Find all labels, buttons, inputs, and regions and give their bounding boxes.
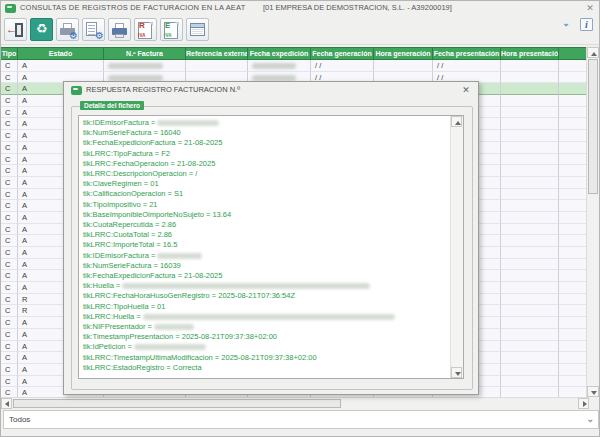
app-window: CONSULTAS DE REGISTROS DE FACTURACION EN…: [0, 0, 600, 437]
cell-fecha-generacion: / /: [311, 60, 374, 72]
toolbar: ← ♻ ⚙ ⚙ R IVA E IVA: [1, 16, 600, 45]
redacted-value: [143, 314, 395, 320]
cell-extra: [559, 247, 589, 259]
column-header-fecha-presentaci-n[interactable]: Fecha presentación: [433, 47, 501, 60]
redacted-value: [252, 75, 296, 81]
cell-tipo: C: [1, 200, 18, 212]
redacted-value: [122, 283, 370, 289]
close-window-button[interactable]: ✕: [584, 2, 596, 14]
cell-extra: [559, 72, 589, 84]
cell-hora-presentacion: [501, 177, 559, 189]
form-settings-button[interactable]: ⚙: [82, 18, 105, 41]
cell-hora-presentacion: [501, 60, 559, 72]
redacted-value: [252, 63, 296, 69]
cell-tipo: C: [1, 212, 18, 224]
chevron-down-icon[interactable]: ⌄: [559, 18, 573, 31]
file-detail-line: tik:IDEmisorFactura =: [83, 118, 449, 128]
column-header-hora-presentaci-n[interactable]: Hora presentación: [501, 47, 559, 60]
cell-extra: [559, 154, 589, 166]
filter-dropdown[interactable]: Todos ⌄: [3, 410, 599, 429]
file-detail-line: tik:FechaExpedicionFactura = 21-08-2025: [83, 138, 449, 148]
cell-tipo: C: [1, 270, 18, 282]
cell-hora-presentacion: [501, 165, 559, 177]
cell-hora-presentacion: [501, 329, 559, 341]
cell-tipo: C: [1, 376, 18, 388]
column-header-estado[interactable]: Estado: [18, 47, 104, 60]
cell-extra: [559, 107, 589, 119]
redacted-value: [134, 344, 206, 350]
cell-tipo: C: [1, 352, 18, 364]
scroll-right-button[interactable]: [578, 398, 589, 409]
dialog-vertical-scrollbar[interactable]: [450, 116, 463, 378]
refresh-button[interactable]: ♻: [30, 18, 53, 41]
exit-arrow-icon: ←: [6, 24, 17, 35]
cell-hora-presentacion: [501, 341, 559, 353]
scroll-up-button[interactable]: [587, 47, 599, 58]
cell-tipo: C: [1, 154, 18, 166]
file-detail-line: tik:TimestampPresentacion = 2025-08-21T0…: [83, 332, 449, 342]
file-detail-line: tik:NumSerieFactura = 16040: [83, 128, 449, 138]
grid-vertical-scrollbar[interactable]: [586, 47, 599, 397]
cell-tipo: C: [1, 259, 18, 271]
cell-extra: [559, 200, 589, 212]
file-detail-groupbox: Detalle del fichero tik:IDEmisorFactura …: [71, 106, 473, 390]
column-header-extra[interactable]: [559, 47, 589, 60]
column-header-fecha-generaci-n[interactable]: Fecha generación: [311, 47, 374, 60]
cell-extra: [559, 270, 589, 282]
column-header-n-factura[interactable]: N.º Factura: [104, 47, 186, 60]
cell-extra: [559, 165, 589, 177]
cell-tipo: C: [1, 189, 18, 201]
cell-hora-presentacion: [501, 189, 559, 201]
print-setup-button[interactable]: ⚙: [56, 18, 79, 41]
cell-tipo: C: [1, 305, 18, 317]
window-icon: [190, 23, 205, 36]
cell-hora-presentacion: [501, 154, 559, 166]
window-title: CONSULTAS DE REGISTROS DE FACTURACION EN…: [20, 3, 245, 12]
redacted-value: [108, 75, 163, 81]
file-detail-line: tikLRRC:CuotaTotal = 2.86: [83, 230, 449, 240]
cell-tipo: C: [1, 60, 18, 72]
exit-button[interactable]: ←: [4, 18, 27, 41]
cell-hora-presentacion: [501, 364, 559, 376]
registro-iva-e-button[interactable]: E IVA: [160, 18, 183, 41]
cell-tipo: C: [1, 130, 18, 142]
horizontal-scroll-thumb[interactable]: [13, 399, 341, 408]
print-button[interactable]: [108, 18, 131, 41]
dialog-title: RESPUESTA REGISTRO FACTURACION N.º: [86, 85, 240, 94]
cell-extra: [559, 83, 589, 95]
file-detail-panel[interactable]: tik:IDEmisorFactura = tik:NumSerieFactur…: [78, 115, 464, 379]
cell-hora-presentacion: [501, 317, 559, 329]
gear-icon: ⚙: [95, 31, 104, 41]
scroll-down-button[interactable]: [587, 386, 599, 397]
cell-hora-presentacion: [501, 352, 559, 364]
file-detail-line: tik:NumSerieFactura = 16039: [83, 261, 449, 271]
grid-header-row[interactable]: TipoEstadoN.º FacturaReferencia externaF…: [1, 47, 589, 60]
scroll-left-button[interactable]: [1, 398, 12, 409]
cell-extra: [559, 259, 589, 271]
grid-horizontal-scrollbar[interactable]: [1, 397, 589, 409]
column-header-hora-generaci-n[interactable]: Hora generación: [374, 47, 433, 60]
recycle-icon: ♻: [31, 21, 52, 37]
vertical-scroll-thumb[interactable]: [588, 59, 598, 194]
cell-tipo: C: [1, 118, 18, 130]
info-button[interactable]: i: [580, 18, 593, 31]
column-header-tipo[interactable]: Tipo: [1, 47, 18, 60]
cell-fecha-expedicion: [248, 60, 311, 72]
dialog-close-button[interactable]: ✕: [460, 84, 472, 96]
cell-hora-presentacion: [501, 72, 559, 84]
registro-iva-r-button[interactable]: R IVA: [134, 18, 157, 41]
iva-tag-label: IVA: [138, 33, 146, 38]
window-view-button[interactable]: [186, 18, 209, 41]
table-row[interactable]: CA/ // /: [1, 60, 589, 72]
cell-tipo: C: [1, 341, 18, 353]
column-header-fecha-expedici-n[interactable]: Fecha expedición: [248, 47, 311, 60]
cell-tipo: C: [1, 235, 18, 247]
cell-tipo: C: [1, 282, 18, 294]
file-detail-line: tik:Huella =: [83, 281, 449, 291]
column-header-referencia-externa[interactable]: Referencia externa: [186, 47, 248, 60]
cell-tipo: C: [1, 83, 18, 95]
file-detail-line: tik:IdPeticion =: [83, 342, 449, 352]
scroll-up-button[interactable]: [451, 116, 462, 127]
cell-tipo: C: [1, 142, 18, 154]
scroll-down-button[interactable]: [451, 367, 462, 378]
